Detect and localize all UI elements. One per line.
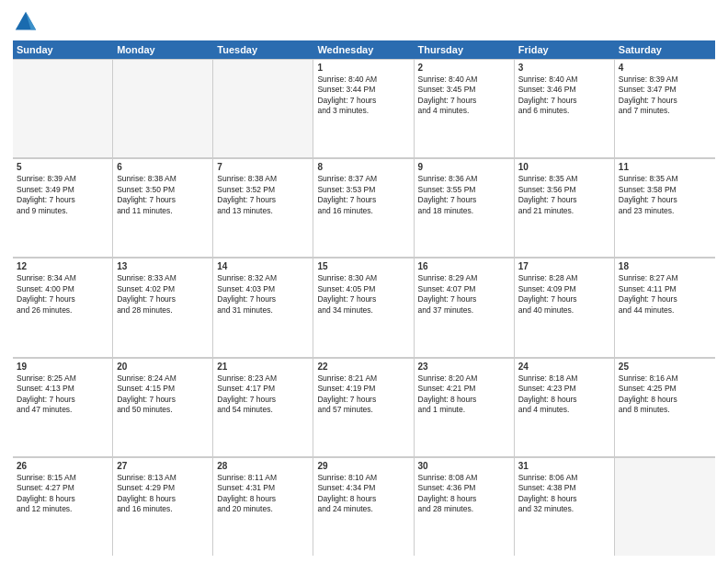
day-cell-27: 27Sunrise: 8:13 AM Sunset: 4:29 PM Dayli… (113, 457, 213, 556)
day-headers: SundayMondayTuesdayWednesdayThursdayFrid… (13, 40, 715, 59)
day-number: 7 (217, 162, 309, 172)
day-info: Sunrise: 8:23 AM Sunset: 4:17 PM Dayligh… (217, 373, 309, 416)
day-info: Sunrise: 8:38 AM Sunset: 3:50 PM Dayligh… (117, 174, 209, 216)
day-number: 2 (418, 63, 510, 73)
day-cell-14: 14Sunrise: 8:32 AM Sunset: 4:03 PM Dayli… (213, 258, 313, 356)
day-cell-1: 1Sunrise: 8:40 AM Sunset: 3:44 PM Daylig… (313, 59, 414, 157)
day-cell-2: 2Sunrise: 8:40 AM Sunset: 3:45 PM Daylig… (415, 59, 515, 157)
day-cell-9: 9Sunrise: 8:36 AM Sunset: 3:55 PM Daylig… (415, 158, 515, 257)
day-cell-16: 16Sunrise: 8:29 AM Sunset: 4:07 PM Dayli… (415, 258, 515, 356)
day-cell-4: 4Sunrise: 8:39 AM Sunset: 3:47 PM Daylig… (615, 59, 715, 157)
week-row-3: 12Sunrise: 8:34 AM Sunset: 4:00 PM Dayli… (13, 258, 715, 357)
week-row-2: 5Sunrise: 8:39 AM Sunset: 3:49 PM Daylig… (13, 158, 715, 258)
day-info: Sunrise: 8:39 AM Sunset: 3:49 PM Dayligh… (17, 174, 108, 216)
weeks: 1Sunrise: 8:40 AM Sunset: 3:44 PM Daylig… (13, 59, 715, 556)
day-cell-28: 28Sunrise: 8:11 AM Sunset: 4:31 PM Dayli… (213, 457, 313, 556)
day-cell-29: 29Sunrise: 8:10 AM Sunset: 4:34 PM Dayli… (313, 457, 414, 556)
day-cell-25: 25Sunrise: 8:16 AM Sunset: 4:25 PM Dayli… (615, 358, 715, 456)
day-cell-17: 17Sunrise: 8:28 AM Sunset: 4:09 PM Dayli… (515, 258, 615, 356)
day-info: Sunrise: 8:21 AM Sunset: 4:19 PM Dayligh… (317, 373, 409, 416)
day-number: 6 (117, 162, 209, 172)
day-number: 27 (117, 461, 209, 471)
day-cell-10: 10Sunrise: 8:35 AM Sunset: 3:56 PM Dayli… (515, 158, 615, 257)
calendar: SundayMondayTuesdayWednesdayThursdayFrid… (13, 40, 715, 556)
day-cell-empty (615, 457, 715, 556)
day-cell-23: 23Sunrise: 8:20 AM Sunset: 4:21 PM Dayli… (415, 358, 515, 456)
day-cell-empty (213, 59, 313, 157)
day-cell-24: 24Sunrise: 8:18 AM Sunset: 4:23 PM Dayli… (515, 358, 615, 456)
day-info: Sunrise: 8:13 AM Sunset: 4:29 PM Dayligh… (117, 473, 209, 515)
day-number: 22 (317, 362, 409, 372)
day-info: Sunrise: 8:28 AM Sunset: 4:09 PM Dayligh… (518, 273, 610, 316)
day-number: 1 (317, 63, 409, 73)
day-cell-empty (13, 59, 113, 157)
day-info: Sunrise: 8:11 AM Sunset: 4:31 PM Dayligh… (217, 473, 309, 515)
day-info: Sunrise: 8:10 AM Sunset: 4:34 PM Dayligh… (317, 473, 409, 515)
day-number: 15 (317, 261, 409, 271)
day-number: 12 (17, 261, 108, 271)
day-info: Sunrise: 8:40 AM Sunset: 3:46 PM Dayligh… (518, 75, 610, 117)
day-info: Sunrise: 8:16 AM Sunset: 4:25 PM Dayligh… (619, 373, 711, 416)
day-info: Sunrise: 8:37 AM Sunset: 3:53 PM Dayligh… (317, 174, 409, 216)
day-info: Sunrise: 8:38 AM Sunset: 3:52 PM Dayligh… (217, 174, 309, 216)
day-cell-26: 26Sunrise: 8:15 AM Sunset: 4:27 PM Dayli… (13, 457, 113, 556)
day-info: Sunrise: 8:30 AM Sunset: 4:05 PM Dayligh… (317, 273, 409, 316)
day-cell-22: 22Sunrise: 8:21 AM Sunset: 4:19 PM Dayli… (313, 358, 414, 456)
day-info: Sunrise: 8:40 AM Sunset: 3:44 PM Dayligh… (317, 75, 409, 117)
day-info: Sunrise: 8:15 AM Sunset: 4:27 PM Dayligh… (17, 473, 108, 515)
day-info: Sunrise: 8:40 AM Sunset: 3:45 PM Dayligh… (418, 75, 510, 117)
day-number: 23 (418, 362, 510, 372)
day-cell-19: 19Sunrise: 8:25 AM Sunset: 4:13 PM Dayli… (13, 358, 113, 456)
day-header-tuesday: Tuesday (213, 40, 313, 59)
day-number: 26 (17, 461, 108, 471)
day-header-sunday: Sunday (13, 40, 113, 59)
day-cell-18: 18Sunrise: 8:27 AM Sunset: 4:11 PM Dayli… (615, 258, 715, 356)
day-number: 17 (518, 261, 610, 271)
day-info: Sunrise: 8:35 AM Sunset: 3:58 PM Dayligh… (619, 174, 711, 216)
day-cell-5: 5Sunrise: 8:39 AM Sunset: 3:49 PM Daylig… (13, 158, 113, 257)
day-info: Sunrise: 8:18 AM Sunset: 4:23 PM Dayligh… (518, 373, 610, 416)
day-info: Sunrise: 8:08 AM Sunset: 4:36 PM Dayligh… (418, 473, 510, 515)
day-cell-6: 6Sunrise: 8:38 AM Sunset: 3:50 PM Daylig… (113, 158, 213, 257)
day-header-monday: Monday (113, 40, 213, 59)
day-number: 8 (317, 162, 409, 172)
day-info: Sunrise: 8:35 AM Sunset: 3:56 PM Dayligh… (518, 174, 610, 216)
day-number: 16 (418, 261, 510, 271)
day-number: 10 (518, 162, 610, 172)
day-cell-8: 8Sunrise: 8:37 AM Sunset: 3:53 PM Daylig… (313, 158, 414, 257)
day-number: 4 (619, 63, 711, 73)
page: SundayMondayTuesdayWednesdayThursdayFrid… (0, 0, 728, 563)
day-info: Sunrise: 8:25 AM Sunset: 4:13 PM Dayligh… (17, 373, 108, 416)
day-number: 24 (518, 362, 610, 372)
day-number: 20 (117, 362, 209, 372)
logo-icon (13, 9, 39, 35)
week-row-1: 1Sunrise: 8:40 AM Sunset: 3:44 PM Daylig… (13, 59, 715, 158)
day-number: 13 (117, 261, 209, 271)
day-cell-20: 20Sunrise: 8:24 AM Sunset: 4:15 PM Dayli… (113, 358, 213, 456)
day-info: Sunrise: 8:27 AM Sunset: 4:11 PM Dayligh… (619, 273, 711, 316)
logo (13, 9, 40, 35)
day-info: Sunrise: 8:39 AM Sunset: 3:47 PM Dayligh… (619, 75, 711, 117)
week-row-5: 26Sunrise: 8:15 AM Sunset: 4:27 PM Dayli… (13, 457, 715, 556)
day-number: 19 (17, 362, 108, 372)
day-cell-31: 31Sunrise: 8:06 AM Sunset: 4:38 PM Dayli… (515, 457, 615, 556)
day-cell-7: 7Sunrise: 8:38 AM Sunset: 3:52 PM Daylig… (213, 158, 313, 257)
day-info: Sunrise: 8:24 AM Sunset: 4:15 PM Dayligh… (117, 373, 209, 416)
day-number: 5 (17, 162, 108, 172)
day-cell-12: 12Sunrise: 8:34 AM Sunset: 4:00 PM Dayli… (13, 258, 113, 356)
day-info: Sunrise: 8:33 AM Sunset: 4:02 PM Dayligh… (117, 273, 209, 316)
day-cell-15: 15Sunrise: 8:30 AM Sunset: 4:05 PM Dayli… (313, 258, 414, 356)
day-number: 3 (518, 63, 610, 73)
header (13, 9, 715, 35)
day-number: 31 (518, 461, 610, 471)
day-cell-11: 11Sunrise: 8:35 AM Sunset: 3:58 PM Dayli… (615, 158, 715, 257)
day-header-wednesday: Wednesday (313, 40, 414, 59)
day-number: 18 (619, 261, 711, 271)
day-number: 30 (418, 461, 510, 471)
week-row-4: 19Sunrise: 8:25 AM Sunset: 4:13 PM Dayli… (13, 358, 715, 457)
day-number: 11 (619, 162, 711, 172)
day-number: 21 (217, 362, 309, 372)
day-header-friday: Friday (515, 40, 615, 59)
day-number: 25 (619, 362, 711, 372)
day-number: 29 (317, 461, 409, 471)
